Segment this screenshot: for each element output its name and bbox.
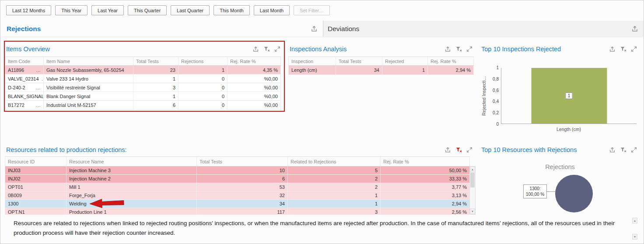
column-header[interactable]: Total Tests bbox=[336, 57, 382, 65]
maximize-icon[interactable] bbox=[274, 46, 281, 53]
filter-last-year-button[interactable]: Last Year bbox=[91, 5, 124, 15]
table-cell: 33,33 % bbox=[381, 175, 470, 183]
table-cell: 34 bbox=[197, 200, 288, 208]
active-filter-icon[interactable] bbox=[455, 146, 462, 153]
column-header[interactable]: Item Code bbox=[5, 57, 44, 65]
filter-last-month-button[interactable]: Last Month bbox=[254, 5, 290, 15]
column-header[interactable]: Resource Name bbox=[66, 157, 197, 166]
table-header-row: Item CodeItem NameTotal TestsRejectionsR… bbox=[5, 57, 281, 66]
filter-this-month-button[interactable]: This Month bbox=[214, 5, 249, 15]
scrollbar-thumb[interactable] bbox=[470, 173, 475, 187]
table-row[interactable]: 0B009Forge_Forja3213,13 % bbox=[5, 191, 470, 200]
top-inspections-panel: Top 10 Inspections Rejected Rejected Ins… bbox=[480, 42, 640, 137]
column-header[interactable]: Rejected bbox=[382, 57, 428, 65]
resources-header: Resources related to production rejectio… bbox=[5, 143, 476, 156]
table-cell: A11896… bbox=[5, 66, 44, 74]
table-row[interactable]: A11896…Gas Nozzle Subassembly, 65-502542… bbox=[5, 66, 281, 74]
table-row[interactable]: Length (cm)3412,94 % bbox=[289, 66, 474, 75]
table-cell: Gas Nozzle Subassembly, 65-50254 bbox=[44, 66, 133, 74]
column-header[interactable]: Total Tests bbox=[133, 57, 178, 65]
column-header[interactable]: Inspection bbox=[289, 57, 336, 65]
table-cell: Welding bbox=[66, 200, 197, 208]
scroll-down-icon[interactable]: ▼ bbox=[632, 234, 637, 240]
rejections-dashboard: Last 12 Months This Year Last Year This … bbox=[0, 0, 644, 244]
y-axis-ticks: 1 0,8 0,6 0,4 0,2 0 bbox=[487, 65, 501, 127]
scroll-down-icon[interactable]: ▼ bbox=[470, 209, 475, 214]
filter-this-year-button[interactable]: This Year bbox=[55, 5, 88, 15]
description-scrollbar[interactable]: ▲ ▼ bbox=[632, 218, 638, 240]
table-row[interactable]: OPT01Mill 15323,77 % bbox=[5, 183, 470, 191]
scroll-up-icon[interactable]: ▲ bbox=[632, 218, 637, 223]
top-resources-title: Top 10 Resources with Rejections bbox=[481, 146, 577, 153]
export-icon[interactable] bbox=[444, 146, 451, 153]
export-icon[interactable] bbox=[252, 46, 259, 53]
table-row[interactable]: INJ02Injection Machine 26233,33 % bbox=[5, 175, 470, 183]
column-header[interactable]: Rej. Rate % bbox=[428, 57, 474, 65]
table-cell: 2 bbox=[288, 183, 381, 191]
export-icon[interactable] bbox=[311, 25, 318, 32]
column-header[interactable]: Related to Rejections bbox=[288, 157, 381, 166]
table-row[interactable]: OPT.N1Production Line 111732,56 % bbox=[5, 208, 470, 215]
clear-filter-icon[interactable] bbox=[455, 46, 462, 53]
table-cell: Injection Machine 3 bbox=[66, 166, 197, 174]
maximize-icon[interactable] bbox=[466, 146, 473, 153]
table-header-row: Resource IDResource NameTotal TestsRelat… bbox=[5, 157, 470, 166]
table-cell: 2,94 % bbox=[428, 66, 474, 74]
filter-this-quarter-button[interactable]: This Quarter bbox=[128, 5, 167, 15]
bar-chart-plot-area: 1 bbox=[501, 68, 637, 124]
export-icon[interactable] bbox=[609, 46, 616, 53]
resources-table-scrollbar[interactable]: ▲ ▼ bbox=[469, 166, 476, 215]
table-row[interactable]: 1300Welding3412,94 % bbox=[5, 200, 470, 208]
table-cell: INJ03 bbox=[5, 166, 66, 174]
table-cell: 1 bbox=[288, 191, 381, 199]
top-resources-header: Top 10 Resources with Rejections bbox=[480, 143, 640, 156]
column-header[interactable]: Rejections bbox=[178, 57, 228, 65]
clear-filter-icon[interactable] bbox=[620, 146, 626, 153]
table-cell: 1 bbox=[382, 66, 428, 74]
table-cell: %0,00 bbox=[228, 101, 281, 109]
table-row[interactable]: BLANK_SIGNAL…Blank Danger Signal10%0,00 bbox=[5, 92, 281, 101]
scroll-up-icon[interactable]: ▲ bbox=[470, 166, 475, 172]
table-row[interactable]: B17272…Industrial Unit M-5215760%0,00 bbox=[5, 101, 281, 110]
pie-slice-1300[interactable] bbox=[555, 175, 593, 212]
maximize-icon[interactable] bbox=[466, 46, 473, 53]
deviations-group-header[interactable]: Deviations bbox=[323, 21, 644, 37]
rejections-tab-title[interactable]: Rejections bbox=[7, 25, 41, 33]
column-header[interactable]: Resource ID bbox=[5, 157, 66, 166]
rejections-group-header[interactable]: Rejections bbox=[0, 21, 323, 37]
date-filter-bar: Last 12 Months This Year Last Year This … bbox=[0, 0, 644, 21]
maximize-icon[interactable] bbox=[630, 46, 637, 53]
table-row[interactable]: D-240-2…Visibilité restreinte Signal30%0… bbox=[5, 83, 281, 92]
export-icon[interactable] bbox=[631, 25, 638, 32]
maximize-icon[interactable] bbox=[630, 146, 637, 153]
y-tick: 1 bbox=[496, 65, 499, 70]
table-cell: %0,00 bbox=[228, 92, 281, 100]
pie-slice-callout[interactable]: 1300: 100,00 % bbox=[523, 184, 547, 198]
table-cell: 53 bbox=[197, 183, 288, 191]
filter-last-quarter-button[interactable]: Last Quarter bbox=[171, 5, 210, 15]
table-row[interactable]: VALVE_02314…Valve 233 14 Hydro10%0,00 bbox=[5, 74, 281, 83]
export-icon[interactable] bbox=[444, 46, 451, 53]
set-filter-button[interactable]: Set Filter… bbox=[294, 5, 330, 15]
column-header[interactable]: Rej. Rate % bbox=[381, 157, 470, 166]
rejected-inspections-bar-chart: Rejected Inspecti… 1 0,8 0,6 0,4 0,2 0 1… bbox=[481, 68, 637, 134]
column-header[interactable]: Item Name bbox=[44, 57, 133, 65]
rejections-pie-chart: Rejections 1300: 100,00 % bbox=[480, 156, 640, 215]
deviations-tab-title[interactable]: Deviations bbox=[328, 25, 359, 33]
table-cell: 117 bbox=[197, 208, 288, 215]
resources-toolbar bbox=[444, 146, 473, 153]
table-cell: 4,35 % bbox=[228, 66, 281, 74]
clear-filter-icon[interactable] bbox=[263, 46, 270, 53]
table-cell: 2,94 % bbox=[381, 200, 470, 208]
export-icon[interactable] bbox=[609, 146, 616, 153]
table-cell: BLANK_SIGNAL… bbox=[5, 92, 44, 100]
table-cell: INJ02 bbox=[5, 175, 66, 183]
table-row[interactable]: INJ03Injection Machine 310550,00 % bbox=[5, 166, 470, 175]
column-header[interactable]: Rej. Rate % bbox=[228, 57, 281, 65]
bar-length-cm[interactable]: 1 bbox=[531, 68, 607, 124]
column-header[interactable]: Total Tests bbox=[197, 157, 288, 166]
y-tick: 0,4 bbox=[493, 99, 499, 104]
table-cell: OPT.N1 bbox=[5, 208, 66, 215]
filter-last-12-months-button[interactable]: Last 12 Months bbox=[6, 5, 51, 15]
clear-filter-icon[interactable] bbox=[620, 46, 626, 53]
